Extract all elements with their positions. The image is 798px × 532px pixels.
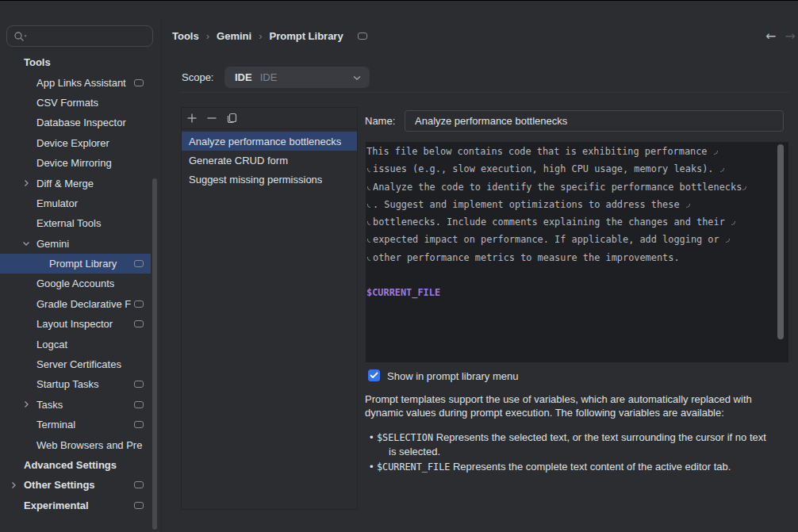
name-value: Analyze performance bottlenecks: [415, 115, 567, 127]
tree-item-web-browsers-and-pre[interactable]: Web Browsers and Pre: [0, 434, 161, 454]
settings-page-icon: [358, 33, 367, 40]
tree-item-database-inspector[interactable]: Database Inspector: [0, 113, 161, 132]
tree-item-server-certificates[interactable]: Server Certificates: [0, 354, 161, 374]
prompt-list-item[interactable]: Generate CRUD form: [182, 151, 357, 170]
show-in-menu-label: Show in prompt library menu: [387, 370, 518, 382]
chevron-down-icon: [352, 75, 362, 81]
sidebar-divider: [161, 17, 162, 532]
tree-item-emulator[interactable]: Emulator: [0, 193, 161, 213]
soft-wrap-start-icon: [367, 239, 370, 243]
settings-page-icon: [134, 260, 144, 267]
name-input[interactable]: Analyze performance bottlenecks: [405, 110, 784, 132]
search-input[interactable]: [6, 25, 153, 47]
tree-item-gemini[interactable]: Gemini: [0, 234, 161, 254]
editor-line: bottlenecks. Include comments explaining…: [366, 213, 788, 231]
tree-item-device-explorer[interactable]: Device Explorer: [0, 133, 161, 153]
tree-item-csv-formats[interactable]: CSV Formats: [0, 93, 161, 113]
checkmark-icon: [370, 372, 378, 379]
breadcrumb-separator: ›: [206, 30, 209, 42]
tree-item-device-mirroring[interactable]: Device Mirroring: [0, 153, 161, 173]
tree-item-terminal[interactable]: Terminal: [0, 415, 161, 434]
settings-page-icon: [134, 381, 144, 388]
breadcrumb: Tools›Gemini›Prompt Library: [172, 28, 367, 44]
settings-page-icon: [134, 401, 144, 408]
show-in-menu-checkbox[interactable]: [368, 369, 380, 381]
tree-item-google-accounts[interactable]: Google Accounts: [0, 274, 161, 293]
tree-item-gradle-declarative-f[interactable]: Gradle Declarative F: [0, 294, 161, 314]
tree-item-label: Database Inspector: [36, 117, 126, 128]
back-arrow-icon[interactable]: ←: [765, 29, 776, 44]
prompt-editor[interactable]: This file below contains code that is ex…: [366, 142, 788, 362]
editor-line: Analyze the code to identify the specifi…: [366, 178, 788, 196]
soft-wrap-end-icon: [742, 186, 746, 190]
tree-item-label: Advanced Settings: [24, 459, 117, 471]
tree-item-label: External Tools: [36, 217, 101, 229]
tree-item-startup-tasks[interactable]: Startup Tasks: [0, 374, 161, 394]
tree-item-label: Other Settings: [24, 479, 95, 491]
soft-wrap-end-icon: [726, 239, 730, 243]
tree-item-other-settings[interactable]: Other Settings: [0, 475, 161, 495]
prompt-list-toolbar: [182, 108, 357, 129]
window-top-edge: [0, 0, 798, 1]
tree-item-label: Device Mirroring: [36, 157, 112, 169]
variable-name: $CURRENT_FILE: [377, 461, 450, 473]
copy-button[interactable]: [225, 112, 238, 124]
scope-dropdown[interactable]: IDE IDE: [224, 67, 370, 88]
tree-item-label: Startup Tasks: [36, 378, 99, 390]
breadcrumb-item[interactable]: Gemini: [217, 30, 251, 42]
tree-item-experimental[interactable]: Experimental: [0, 496, 161, 515]
editor-line-text: Analyze the code to identify the specifi…: [373, 182, 742, 193]
chevron-right-icon: [22, 400, 30, 408]
sidebar-scrollbar[interactable]: [152, 178, 157, 530]
prompt-list-item[interactable]: Suggest missing permissions: [182, 170, 357, 189]
editor-line-text: . Suggest and implement optimizations to…: [373, 199, 685, 210]
tree-item-advanced-settings[interactable]: Advanced Settings: [0, 455, 161, 475]
breadcrumb-item[interactable]: Prompt Library: [269, 30, 343, 42]
tree-item-label: Logcat: [36, 339, 67, 350]
tree-item-app-links-assistant[interactable]: App Links Assistant: [0, 72, 161, 92]
tree-item-label: Gradle Declarative F: [36, 298, 131, 310]
tree-item-label: App Links Assistant: [36, 77, 126, 89]
editor-scrollbar[interactable]: [777, 144, 784, 339]
variable-desc: $CURRENT_FILE Represents the complete te…: [377, 460, 731, 474]
plus-icon: [186, 113, 198, 124]
tree-item-tasks[interactable]: Tasks: [0, 395, 161, 415]
tree-item-label: CSV Formats: [36, 97, 98, 109]
editor-line-text: issues (e.g., slow execution, high CPU u…: [373, 163, 719, 174]
editor-line: expected impact on performance. If appli…: [366, 231, 788, 248]
tree-item-external-tools[interactable]: External Tools: [0, 213, 161, 233]
prompt-list: Analyze performance bottlenecksGenerate …: [182, 132, 357, 189]
header-separator: [180, 92, 789, 93]
tree-item-tools[interactable]: Tools: [0, 52, 161, 72]
tree-item-label: Diff & Merge: [36, 178, 94, 189]
minus-icon: [206, 113, 217, 124]
nav-arrows: ← →: [765, 29, 796, 44]
tree-item-logcat[interactable]: Logcat: [0, 334, 161, 354]
settings-page-icon: [134, 421, 144, 428]
bullet-icon: •: [365, 431, 377, 459]
variable-item: •$CURRENT_FILE Represents the complete t…: [365, 460, 785, 474]
bullet-icon: •: [365, 460, 377, 474]
description-line: dynamic values during prompt execution. …: [365, 406, 781, 419]
description-text: Prompt templates support the use of vari…: [365, 392, 781, 420]
tree-item-layout-inspector[interactable]: Layout Inspector: [0, 314, 161, 334]
editor-line: This file below contains code that is ex…: [366, 143, 788, 160]
editor-line: other performance metrics to measure the…: [366, 249, 788, 266]
breadcrumb-item[interactable]: Tools: [172, 30, 199, 42]
breadcrumb-separator: ›: [259, 30, 262, 42]
remove-button[interactable]: [205, 112, 218, 124]
variable-text: Represents the complete text content of …: [450, 461, 731, 473]
soft-wrap-end-icon: [731, 221, 735, 225]
editor-line: [366, 266, 788, 284]
tree-item-prompt-library[interactable]: Prompt Library: [0, 254, 161, 274]
tree-item-label: Gemini: [36, 238, 69, 250]
tree-item-diff-merge[interactable]: Diff & Merge: [0, 173, 161, 193]
editor-line: . Suggest and implement optimizations to…: [366, 196, 788, 213]
tree-item-label: Experimental: [24, 499, 89, 511]
prompt-list-item[interactable]: Analyze performance bottlenecks: [182, 132, 357, 151]
settings-page-icon: [134, 502, 144, 509]
add-button[interactable]: [186, 112, 198, 124]
settings-page-icon: [134, 300, 144, 308]
tree-item-label: Terminal: [36, 419, 75, 431]
forward-arrow-icon[interactable]: →: [785, 29, 795, 44]
